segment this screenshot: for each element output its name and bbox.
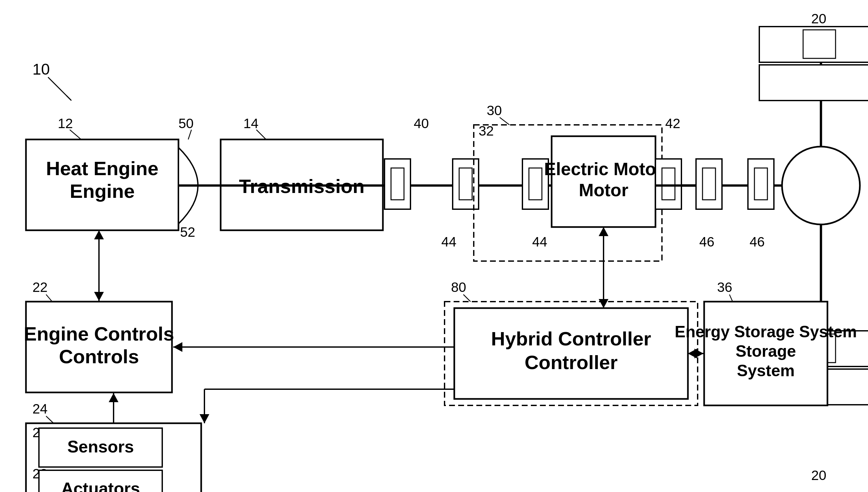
sensors-actuators-ref: 24	[32, 401, 48, 416]
svg-rect-10	[662, 168, 675, 200]
svg-rect-12	[754, 168, 767, 200]
coupling-44a-ref: 44	[441, 234, 457, 249]
hybrid-controller-label: Hybrid Controller	[491, 328, 651, 350]
electric-motor-label: Electric Motor	[544, 159, 663, 179]
electric-motor-group-ref: 30	[487, 103, 502, 118]
coupling-44b-ref: 44	[532, 234, 548, 249]
electric-motor-label2: Motor	[579, 180, 629, 200]
energy-storage-ref: 36	[717, 279, 732, 295]
sensors-label: Sensors	[67, 437, 134, 456]
svg-rect-6	[391, 168, 404, 200]
system-ref-label: 10	[32, 60, 50, 78]
transmission-ref-label: 14	[243, 116, 259, 131]
electric-motor-ref-label: 32	[479, 123, 494, 139]
engine-controls-ref-label: 22	[32, 279, 48, 295]
engine-controls-label: Engine Controls	[24, 323, 174, 345]
coupling-46b-ref: 46	[750, 234, 765, 249]
top-wheel-box2	[759, 65, 868, 101]
wheel-circle	[782, 147, 860, 224]
svg-rect-17	[803, 30, 836, 58]
svg-rect-11	[702, 168, 716, 200]
torque-converter-output-ref: 52	[180, 224, 195, 240]
heat-engine-label2: Engine	[70, 180, 135, 202]
heat-engine-ref-label: 12	[58, 116, 73, 131]
svg-rect-0	[0, 0, 868, 492]
hybrid-controller-ref: 80	[451, 279, 466, 295]
coupling-40-ref: 40	[414, 116, 429, 131]
coupling-46a-ref: 46	[699, 234, 715, 249]
torque-converter-ref: 50	[178, 116, 194, 131]
heat-engine-label: Heat Engine	[46, 157, 159, 179]
coupling-42-ref: 42	[665, 116, 680, 131]
svg-rect-8	[529, 168, 542, 200]
svg-rect-7	[459, 168, 472, 200]
bottom-wheel-ref: 20	[811, 468, 826, 483]
top-wheel-ref: 20	[811, 11, 826, 26]
energy-storage-label: Energy Storage System	[675, 323, 857, 341]
engine-controls-label2: Controls	[59, 346, 139, 367]
energy-storage-label3: System	[737, 362, 795, 380]
actuators-label: Actuators	[61, 479, 140, 492]
hybrid-controller-label2: Controller	[525, 351, 618, 373]
energy-storage-label2: Storage	[736, 342, 796, 360]
